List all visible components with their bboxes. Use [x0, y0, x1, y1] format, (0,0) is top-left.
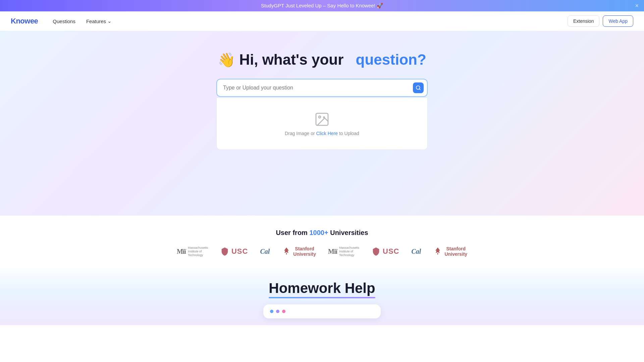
- hero-title-accent: question?: [356, 51, 426, 68]
- svg-marker-7: [435, 248, 440, 253]
- homework-title: Homework Help: [7, 280, 637, 296]
- search-input[interactable]: [216, 79, 428, 97]
- extension-button[interactable]: Extension: [568, 15, 599, 27]
- stanford-tree-icon: [282, 247, 291, 256]
- usc-shield-icon-2: [371, 247, 381, 256]
- upload-area[interactable]: Drag Image or Click Here to Upload: [216, 98, 428, 150]
- navbar: Knowee Questions Features ⌄ Extension We…: [0, 11, 644, 31]
- logo-stanford-2: StanfordUniversity: [433, 246, 467, 257]
- banner-text: StudyGPT Just Leveled Up – Say Hello to …: [261, 3, 383, 8]
- universities-count: 1000+: [309, 229, 328, 236]
- upload-link[interactable]: Click Here: [316, 131, 338, 136]
- logo-mit-1: Mïï MassachusettsInstitute ofTechnology: [177, 246, 208, 257]
- university-logos: Mïï MassachusettsInstitute ofTechnology …: [7, 246, 637, 257]
- usc-shield-icon: [220, 247, 229, 256]
- webapp-button[interactable]: Web App: [603, 15, 633, 27]
- svg-line-1: [419, 89, 420, 90]
- search-icon: [416, 85, 421, 90]
- logo-usc-2: USC: [371, 247, 399, 256]
- logo-usc-1: USC: [220, 247, 248, 256]
- logo-cal-2: Cal: [411, 248, 421, 255]
- wave-emoji: 👋: [218, 52, 235, 68]
- nav-links: Questions Features ⌄: [49, 16, 568, 26]
- nav-features[interactable]: Features ⌄: [82, 16, 116, 26]
- announcement-banner: StudyGPT Just Leveled Up – Say Hello to …: [0, 0, 644, 11]
- dot-purple: [276, 310, 279, 313]
- dot-blue: [270, 310, 273, 313]
- hero-section: 👋 Hi, what's your question? Drag Image o…: [0, 31, 644, 216]
- close-banner-button[interactable]: ×: [635, 3, 639, 9]
- search-button[interactable]: [413, 82, 424, 93]
- homework-card-preview: [263, 304, 381, 318]
- universities-title: User from 1000+ Universities: [7, 229, 637, 237]
- logo-cal-1: Cal: [260, 248, 270, 255]
- svg-rect-6: [286, 253, 287, 255]
- homework-section: Homework Help: [0, 267, 644, 325]
- universities-section: User from 1000+ Universities Mïï Massach…: [0, 216, 644, 267]
- dot-pink: [282, 310, 285, 313]
- svg-rect-8: [437, 253, 438, 255]
- upload-text: Drag Image or Click Here to Upload: [285, 131, 359, 136]
- hero-title: 👋 Hi, what's your question?: [218, 51, 426, 68]
- chevron-down-icon: ⌄: [107, 18, 112, 24]
- search-container: [216, 79, 428, 97]
- stanford-tree-icon-2: [433, 247, 442, 256]
- svg-point-3: [319, 116, 321, 118]
- nav-questions[interactable]: Questions: [49, 16, 79, 26]
- svg-point-4: [323, 116, 325, 118]
- logo-stanford-1: StanfordUniversity: [282, 246, 316, 257]
- logo[interactable]: Knowee: [11, 17, 38, 25]
- nav-actions: Extension Web App: [568, 15, 633, 27]
- svg-marker-5: [284, 248, 289, 253]
- upload-icon: [314, 111, 330, 127]
- logo-mit-2: Mïï MassachusettsInstitute ofTechnology: [328, 246, 359, 257]
- hero-title-pre: Hi, what's your: [239, 51, 343, 68]
